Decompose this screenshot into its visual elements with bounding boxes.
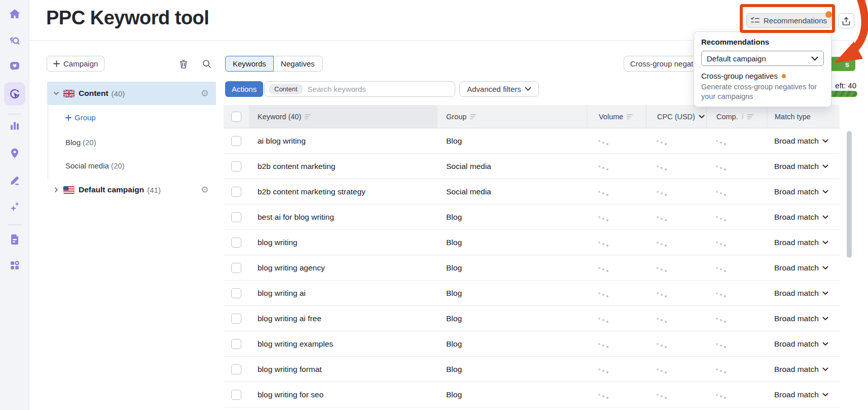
keyword-search-input[interactable]: Content Search keywords [264,81,455,97]
keyword-cell[interactable]: blog writing ai free [249,314,438,323]
sort-icon[interactable] [747,114,753,119]
campaign-select[interactable]: Default campaign [701,51,824,66]
keyword-cell[interactable]: b2b content marketing strategy [249,187,438,196]
row-checkbox[interactable] [231,364,241,374]
table-row: b2b content marketing Social media Broad… [224,154,840,179]
export-icon [842,17,850,25]
group-item-social-media[interactable]: Social media(20) [65,161,125,170]
col-header-keyword-label: Keyword (40) [258,113,301,121]
chevron-down-icon[interactable] [53,90,60,97]
match-type-select[interactable]: Broad match [774,390,828,399]
col-header-keyword[interactable]: Keyword (40) [249,105,438,128]
chevron-down-icon [822,291,828,295]
sort-icon[interactable] [470,114,476,119]
cross-group-negatives-button[interactable]: Cross-group negat [624,56,698,72]
row-checkbox[interactable] [231,136,241,146]
table-row: blog writing Blog Broad match [224,230,840,255]
chevron-down-icon [822,241,828,245]
keyword-cell[interactable]: blog writing for seo [249,390,438,399]
ai-sparkles-icon[interactable] [4,196,25,217]
keyword-cell[interactable]: b2b content marketing [249,162,438,171]
keyword-cell[interactable]: blog writing ai [249,289,438,298]
keyword-cell[interactable]: blog writing agency [249,263,438,272]
chevron-right-icon[interactable] [53,186,60,193]
row-checkbox[interactable] [231,187,241,197]
add-campaign-button[interactable]: Campaign [47,56,104,72]
select-all-checkbox[interactable] [231,112,241,122]
advanced-filters-button[interactable]: Advanced filters [459,81,539,97]
table-row: blog writing format Blog Broad match [224,357,840,382]
analytics-bars-icon[interactable] [4,115,25,136]
info-icon[interactable]: i [742,113,744,121]
match-type-select[interactable]: Broad match [774,289,828,298]
chevron-down-icon [822,393,828,397]
match-type-value: Broad match [774,187,819,196]
group-cell: Social media [438,187,587,196]
campaign-tree-item-content[interactable]: Content (40) ⚙ [47,82,216,105]
ppc-targeting-icon[interactable] [4,82,25,106]
keyword-cell[interactable]: blog writing examples [249,339,438,349]
table-row: b2b content marketing strategy Social me… [224,179,840,204]
sort-icon[interactable] [627,114,633,119]
comp-loading-dots [716,345,726,347]
table-scrollbar-thumb[interactable] [847,131,852,258]
match-type-select[interactable]: Broad match [774,314,828,323]
keyword-cell[interactable]: blog writing [249,238,438,247]
table-row: blog writing ai free Blog Broad match [224,306,840,331]
search-scope-chip[interactable]: Content [269,84,303,94]
tab-negatives[interactable]: Negatives [274,56,322,72]
feedback-heart-icon[interactable] [4,55,25,77]
row-checkbox[interactable] [231,237,241,248]
gear-icon[interactable]: ⚙ [201,89,209,98]
location-pin-icon[interactable] [4,143,25,164]
explore-search-icon[interactable] [4,30,25,52]
col-header-group[interactable]: Group [438,105,587,128]
checklist-icon [751,17,760,24]
actions-button[interactable]: Actions [225,81,263,97]
row-checkbox[interactable] [231,212,241,222]
match-type-select[interactable]: Broad match [774,187,828,196]
match-type-value: Broad match [774,213,819,222]
add-group-link[interactable]: Group [65,113,96,122]
row-checkbox[interactable] [231,263,241,273]
row-checkbox[interactable] [231,288,241,298]
export-button[interactable] [838,13,854,28]
recommendations-button-label: Recommendations [764,16,827,25]
match-type-select[interactable]: Broad match [774,162,828,171]
col-header-volume[interactable]: Volume [587,105,646,128]
edit-pencil-icon[interactable] [4,169,25,191]
match-type-select[interactable]: Broad match [774,238,828,247]
keyword-cell[interactable]: best ai for blog writing [249,213,438,222]
plus-icon [53,60,60,67]
keyword-cell[interactable]: ai blog writing [249,136,438,146]
campaign-count: (40) [112,89,125,98]
tab-keywords[interactable]: Keywords [225,56,274,72]
popup-item-cross-group-negatives[interactable]: Cross-group negatives [701,72,824,80]
ppc-keyword-tool-app: PPC Keyword tool Recommendations Campaig… [0,0,868,410]
chevron-down-icon[interactable] [699,115,705,119]
apps-grid-icon[interactable] [4,255,25,276]
row-checkbox[interactable] [231,339,241,349]
match-type-select[interactable]: Broad match [774,136,828,146]
report-document-icon[interactable] [4,229,25,250]
match-type-select[interactable]: Broad match [774,339,828,349]
match-type-select[interactable]: Broad match [774,263,828,272]
group-item-blog[interactable]: Blog(20) [65,138,96,147]
col-header-cpc[interactable]: CPC (USD) [646,105,706,128]
home-icon[interactable] [4,3,25,24]
campaign-tree-item-default-campaign[interactable]: Default campaign (41) ⚙ [47,178,216,201]
uk-flag-icon [63,90,75,97]
search-icon[interactable] [202,59,212,69]
match-type-select[interactable]: Broad match [774,213,828,222]
trash-icon[interactable] [178,59,189,69]
match-type-select[interactable]: Broad match [774,365,828,374]
keyword-cell[interactable]: blog writing format [249,365,438,374]
row-checkbox[interactable] [231,161,241,172]
col-header-comp[interactable]: Comp. i [706,105,767,128]
row-checkbox[interactable] [231,390,241,400]
cpc-loading-dots [657,268,667,270]
row-checkbox[interactable] [231,314,241,324]
recommendations-button[interactable]: Recommendations [746,13,831,28]
sort-icon[interactable] [305,114,311,119]
gear-icon[interactable]: ⚙ [201,185,209,194]
